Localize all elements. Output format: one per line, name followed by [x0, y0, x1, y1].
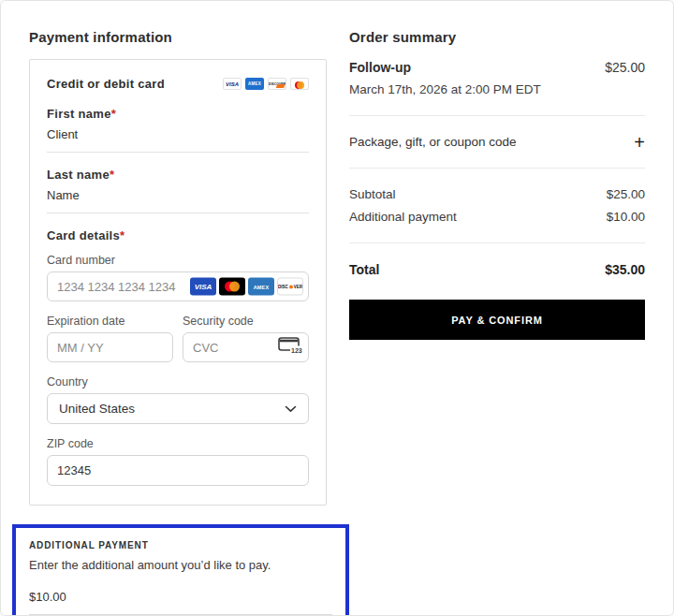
additional-payment-value: $10.00 [607, 210, 645, 224]
zip-input[interactable] [47, 455, 309, 486]
card-details-header: Card details* [47, 228, 309, 242]
last-name-input[interactable] [47, 188, 309, 213]
expiration-label: Expiration date [47, 315, 173, 328]
additional-payment-section: ADDITIONAL PAYMENT Enter the additional … [12, 524, 349, 616]
order-item-row: Follow-up $25.00 [349, 60, 645, 75]
country-selected-value: United States [59, 402, 135, 416]
required-asterisk: * [110, 168, 114, 182]
required-asterisk: * [120, 228, 125, 242]
chevron-down-icon [285, 402, 297, 416]
subtotal-row: Subtotal $25.00 [349, 187, 645, 201]
first-name-field: First name* [47, 107, 309, 153]
totals-breakdown: Subtotal $25.00 Additional payment $10.0… [349, 187, 645, 224]
order-summary-title: Order summary [349, 29, 645, 45]
first-name-label: First name* [47, 107, 309, 121]
expiration-input[interactable] [47, 332, 173, 362]
visa-icon: VISA [190, 278, 216, 296]
additional-payment-heading: ADDITIONAL PAYMENT [29, 540, 332, 550]
amex-icon: AMEX [248, 278, 274, 296]
mastercard-icon [290, 78, 309, 90]
divider [349, 242, 645, 243]
card-details-label: Card details* [47, 228, 309, 242]
total-label: Total [349, 262, 379, 277]
mastercard-icon [219, 278, 245, 296]
cvc-digits: 123 [291, 347, 302, 354]
order-summary-column: Order summary Follow-up $25.00 March 17t… [349, 29, 645, 587]
country-select[interactable]: United States [47, 393, 309, 424]
amex-icon: AMEX [245, 78, 264, 90]
discover-icon: DISCOVER [268, 78, 286, 90]
card-form-header: Credit or debit card VISA AMEX DISCOVER [47, 77, 309, 91]
divider [349, 115, 645, 116]
country-field: Country United States [47, 375, 309, 424]
plus-icon: + [634, 136, 645, 149]
visa-icon: VISA [223, 78, 242, 90]
country-label: Country [47, 375, 309, 389]
additional-payment-description: Enter the additional amount you’d like t… [29, 558, 332, 572]
accepted-card-brands: VISA AMEX DISCOVER [223, 78, 309, 90]
total-value: $35.00 [605, 262, 645, 277]
discover-icon: DISCVER [277, 278, 303, 296]
security-code-label: Security code [183, 315, 309, 328]
first-name-input[interactable] [47, 127, 309, 153]
additional-payment-row: Additional payment $10.00 [349, 210, 645, 224]
last-name-field: Last name* [47, 168, 309, 213]
card-number-field: Card number VISA AMEX DISCVER [47, 254, 309, 301]
card-brand-badges: VISA AMEX DISCVER [190, 278, 303, 296]
card-number-label: Card number [47, 254, 309, 267]
order-item-price: $25.00 [605, 60, 645, 75]
zip-field: ZIP code [47, 437, 309, 486]
payment-info-title: Payment information [29, 29, 327, 45]
additional-payment-label: Additional payment [349, 210, 457, 224]
discover-dot-icon [289, 285, 293, 288]
expiration-field: Expiration date [47, 315, 173, 362]
total-row: Total $35.00 [349, 262, 645, 277]
checkout-page: Payment information Credit or debit card… [0, 0, 674, 616]
required-asterisk: * [111, 107, 116, 121]
subtotal-value: $25.00 [607, 187, 645, 201]
payment-column: Payment information Credit or debit card… [29, 29, 327, 587]
security-code-field: Security code 123 [183, 315, 309, 362]
cvc-card-icon: 123 [278, 337, 302, 359]
coupon-label: Package, gift, or coupon code [349, 135, 517, 149]
card-form: Credit or debit card VISA AMEX DISCOVER … [29, 59, 327, 506]
order-item-datetime: March 17th, 2026 at 2:00 PM EDT [349, 82, 645, 96]
order-item-name: Follow-up [349, 60, 411, 75]
divider [349, 168, 645, 169]
additional-amount-input[interactable] [29, 590, 332, 615]
pay-confirm-button[interactable]: PAY & CONFIRM [349, 300, 645, 340]
subtotal-label: Subtotal [349, 187, 396, 201]
coupon-accordion-toggle[interactable]: Package, gift, or coupon code + [349, 135, 645, 149]
zip-label: ZIP code [47, 437, 309, 450]
card-section-title: Credit or debit card [47, 77, 165, 91]
last-name-label: Last name* [47, 168, 309, 182]
